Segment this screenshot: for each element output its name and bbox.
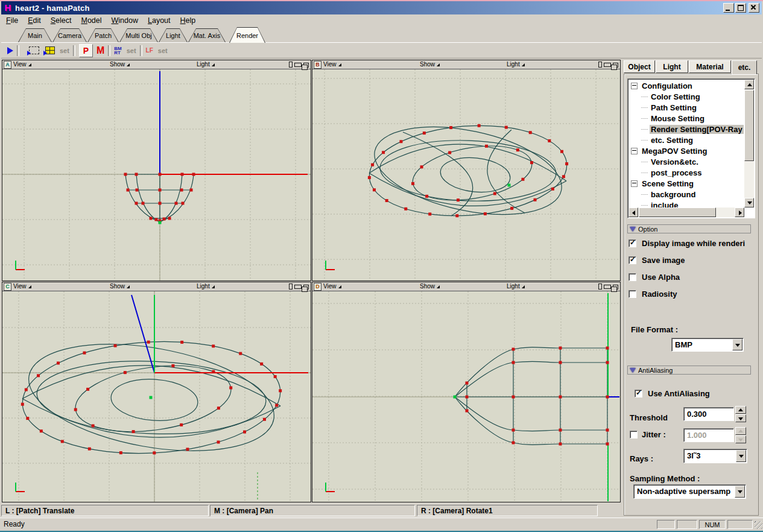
- tree-item[interactable]: Version&etc.: [629, 156, 744, 167]
- tree-item[interactable]: etc. Setting: [629, 135, 744, 145]
- viewport-layout-vertical-icon[interactable]: [598, 283, 602, 290]
- viewport-layout-cascade-icon[interactable]: [613, 285, 618, 290]
- tree-item[interactable]: include: [629, 200, 744, 207]
- spin-down-icon[interactable]: [735, 414, 746, 422]
- scroll-thumb[interactable]: [639, 207, 716, 217]
- tree-item[interactable]: Path Setting: [629, 102, 744, 113]
- collapse-triangle-icon[interactable]: [630, 227, 636, 232]
- tab-patch[interactable]: Patch: [87, 28, 119, 42]
- megapov-toggle-button[interactable]: M: [97, 45, 104, 56]
- viewport-d-canvas[interactable]: [312, 291, 620, 502]
- tab-render[interactable]: Render: [229, 27, 265, 43]
- use-alpha-checkbox[interactable]: [628, 273, 636, 281]
- tab-camera[interactable]: Camera: [52, 28, 87, 42]
- viewport-show-menu[interactable]: Show: [110, 61, 130, 68]
- scroll-right-icon[interactable]: [735, 207, 744, 217]
- spin-up-icon[interactable]: [735, 406, 746, 414]
- viewport-c-canvas[interactable]: [2, 291, 311, 502]
- viewport-view-menu[interactable]: View: [13, 283, 31, 290]
- tree-item[interactable]: Configulation: [629, 80, 744, 91]
- threshold-input[interactable]: 0.300: [683, 407, 734, 421]
- collapse-triangle-icon[interactable]: [630, 368, 636, 373]
- bmrt-icon[interactable]: BMRT: [114, 46, 121, 55]
- viewport-layout-vertical-icon[interactable]: [289, 283, 293, 290]
- tab-mat-axis[interactable]: Mat. Axis: [188, 28, 226, 42]
- viewport-layout-horizontal-icon[interactable]: [604, 285, 611, 289]
- viewport-light-menu[interactable]: Light: [197, 61, 215, 68]
- side-tab-etc[interactable]: etc.: [732, 60, 757, 74]
- viewport-layout-horizontal-icon[interactable]: [294, 63, 302, 67]
- menu-file[interactable]: File: [1, 16, 23, 25]
- scroll-thumb[interactable]: [744, 90, 754, 161]
- menu-select[interactable]: Select: [46, 16, 77, 25]
- tree-item[interactable]: MegaPOV Setting: [629, 145, 744, 156]
- viewport-layout-cascade-icon[interactable]: [303, 63, 309, 68]
- scroll-left-icon[interactable]: [628, 207, 638, 217]
- tree-item-selected[interactable]: Render Setting[POV-Ray: [629, 124, 744, 135]
- render-grid-icon[interactable]: [45, 46, 55, 54]
- menu-window[interactable]: Window: [107, 16, 143, 25]
- option-group-header[interactable]: Option: [627, 224, 751, 233]
- scroll-up-icon[interactable]: [744, 80, 754, 89]
- tree-item[interactable]: Color Setting: [629, 91, 744, 102]
- viewport-show-menu[interactable]: Show: [420, 283, 440, 290]
- menu-layout[interactable]: Layout: [143, 16, 176, 25]
- sampling-method-select[interactable]: Non-adaptive supersamp: [633, 484, 746, 499]
- viewport-layout-vertical-icon[interactable]: [289, 62, 293, 68]
- menu-edit[interactable]: Edit: [23, 16, 46, 25]
- viewport-layout-horizontal-icon[interactable]: [294, 285, 302, 289]
- tree-horizontal-scrollbar[interactable]: [628, 207, 744, 217]
- lf-set-button[interactable]: set: [158, 47, 168, 54]
- side-tab-object[interactable]: Object: [624, 60, 655, 73]
- dropdown-arrow-icon[interactable]: [735, 486, 745, 498]
- viewport-view-menu[interactable]: View: [13, 61, 31, 68]
- maximize-button[interactable]: [735, 3, 746, 13]
- render-region-icon[interactable]: [29, 46, 39, 54]
- dropdown-arrow-icon[interactable]: [732, 339, 742, 350]
- tree-collapse-icon[interactable]: [631, 83, 638, 89]
- rays-select[interactable]: 3I˜3: [683, 449, 747, 463]
- close-button[interactable]: [749, 3, 759, 13]
- minimize-button[interactable]: [723, 3, 734, 13]
- viewport-view-menu[interactable]: View: [323, 283, 341, 290]
- scroll-down-icon[interactable]: [744, 198, 754, 207]
- tab-light[interactable]: Light: [159, 28, 188, 42]
- viewport-light-menu[interactable]: Light: [507, 61, 525, 68]
- render-start-icon[interactable]: [7, 47, 13, 54]
- viewport-view-menu[interactable]: View: [323, 61, 341, 68]
- viewport-layout-cascade-icon[interactable]: [303, 285, 309, 290]
- region-set-button[interactable]: set: [60, 47, 69, 54]
- save-image-checkbox[interactable]: [628, 256, 636, 264]
- viewport-layout-vertical-icon[interactable]: [598, 62, 602, 68]
- viewport-b-canvas[interactable]: [312, 69, 620, 280]
- menu-model[interactable]: Model: [76, 16, 106, 25]
- antialiasing-group-header[interactable]: AntiAliasing: [627, 366, 751, 375]
- tree-item[interactable]: background: [629, 189, 744, 200]
- tree-item[interactable]: Scene Setting: [629, 178, 744, 189]
- viewport-layout-cascade-icon[interactable]: [613, 63, 618, 68]
- jitter-checkbox[interactable]: [630, 431, 638, 439]
- viewport-layout-horizontal-icon[interactable]: [604, 63, 611, 67]
- pov-toggle-button[interactable]: P: [79, 44, 93, 57]
- viewport-a-canvas[interactable]: [2, 69, 311, 280]
- tree-collapse-icon[interactable]: [631, 148, 638, 154]
- tree-item[interactable]: Mouse Setting: [629, 113, 744, 124]
- tree-collapse-icon[interactable]: [631, 180, 638, 187]
- lf-icon[interactable]: LF: [146, 47, 153, 54]
- side-tab-material[interactable]: Material: [689, 60, 731, 73]
- viewport-show-menu[interactable]: Show: [110, 283, 130, 290]
- radiosity-checkbox[interactable]: [628, 290, 636, 298]
- viewport-light-menu[interactable]: Light: [197, 283, 215, 290]
- display-image-checkbox[interactable]: [628, 239, 636, 247]
- tree-vertical-scrollbar[interactable]: [744, 80, 754, 207]
- tree-item[interactable]: post_process: [629, 167, 744, 178]
- viewport-show-menu[interactable]: Show: [420, 61, 440, 68]
- resize-grip[interactable]: [755, 521, 762, 529]
- tab-main[interactable]: Main: [18, 28, 52, 42]
- tab-multi-obj[interactable]: Multi Obj: [119, 28, 158, 42]
- viewport-light-menu[interactable]: Light: [507, 283, 525, 290]
- menu-help[interactable]: Help: [176, 16, 201, 25]
- bmrt-set-button[interactable]: set: [127, 47, 136, 54]
- side-tab-light[interactable]: Light: [656, 60, 688, 73]
- file-format-select[interactable]: BMP: [671, 338, 744, 352]
